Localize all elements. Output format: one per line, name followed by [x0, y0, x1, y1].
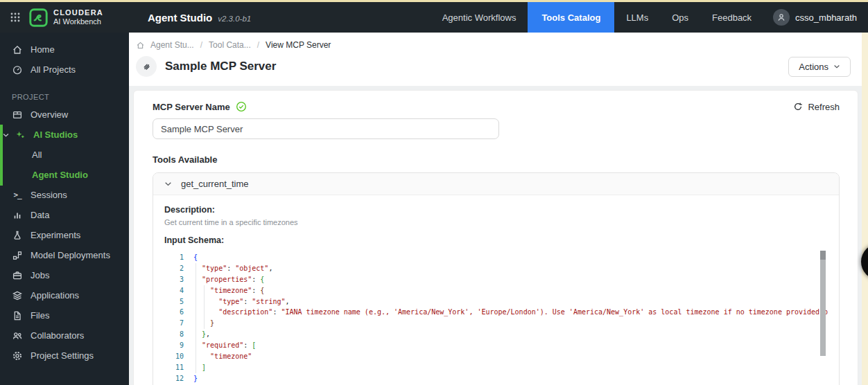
- refresh-icon: [793, 102, 803, 111]
- cloudera-logo-icon: [29, 8, 48, 27]
- bar-chart-icon: [12, 210, 23, 221]
- file-icon: [12, 310, 23, 321]
- main-content: Agent Stu... / Tool Cata... / View MCP S…: [129, 33, 862, 385]
- breadcrumb-home-icon[interactable]: [136, 41, 145, 50]
- gear-icon: [12, 350, 23, 361]
- code-line: 6 "description": "IANA timezone name (e.…: [164, 307, 828, 318]
- mcp-server-card: MCP Server Name Refresh Tools Available: [133, 90, 858, 385]
- layers-icon: [12, 290, 23, 301]
- sidebar-item-all-projects[interactable]: All Projects: [0, 60, 129, 80]
- sidebar-item-collaborators[interactable]: Collaborators: [0, 325, 129, 346]
- refresh-label: Refresh: [808, 102, 840, 112]
- deployments-icon: [12, 250, 23, 261]
- sidebar-item-label: Home: [31, 44, 55, 55]
- sidebar-item-label: Data: [31, 210, 49, 220]
- sidebar-item-label: All: [32, 150, 42, 160]
- server-name-input[interactable]: [153, 118, 499, 139]
- server-name-label-group: MCP Server Name: [153, 101, 247, 112]
- gauge-icon: [12, 64, 23, 75]
- ai-studios-icon: [15, 129, 26, 141]
- app-window: CLOUDERA AI Workbench Agent Studio v2.3.…: [0, 0, 868, 385]
- page-title: Sample MCP Server: [165, 60, 276, 73]
- header-left: CLOUDERA AI Workbench Agent Studio v2.3.…: [0, 2, 251, 33]
- sidebar-item-label: AI Studios: [33, 129, 78, 140]
- sidebar-item-all[interactable]: All: [0, 145, 129, 165]
- actions-button-label: Actions: [799, 62, 828, 72]
- sidebar-item-label: Files: [31, 310, 49, 321]
- mcp-server-badge-icon: [136, 56, 157, 77]
- sidebar-item-ai-studios[interactable]: AI Studios: [0, 125, 129, 145]
- sidebar-item-experiments[interactable]: Experiments: [0, 225, 129, 245]
- indent-guide: [196, 263, 196, 373]
- sidebar-item-home[interactable]: Home: [0, 39, 129, 60]
- sidebar-item-overview[interactable]: Overview: [0, 105, 129, 125]
- app-header: CLOUDERA AI Workbench Agent Studio v2.3.…: [0, 2, 868, 33]
- input-schema-label: Input Schema:: [164, 235, 828, 245]
- chevron-down-icon: [833, 64, 840, 69]
- tool-name: get_current_time: [181, 179, 249, 189]
- brand-product: AI Workbench: [53, 17, 103, 26]
- page-title-bar: Sample MCP Server Actions: [129, 51, 862, 86]
- sidebar-item-files[interactable]: Files: [0, 305, 129, 325]
- sidebar: Home All Projects PROJECT Overview AI St…: [0, 33, 129, 385]
- sidebar-item-label: Project Settings: [31, 350, 94, 361]
- header-nav: Agentic Workflows Tools Catalog LLMs Ops…: [431, 2, 868, 33]
- flask-icon: [12, 230, 23, 241]
- home-icon: [12, 44, 23, 55]
- sidebar-item-jobs[interactable]: Jobs: [0, 265, 129, 285]
- chevron-down-icon: [164, 181, 172, 187]
- sidebar-item-applications[interactable]: Applications: [0, 285, 129, 305]
- code-line: 8 },: [164, 329, 828, 340]
- breadcrumb-view-mcp-server: View MCP Server: [266, 40, 331, 50]
- sidebar-item-agent-studio[interactable]: Agent Studio: [0, 165, 129, 185]
- code-line: 9 "required": [: [164, 340, 828, 351]
- nav-ops[interactable]: Ops: [660, 2, 700, 33]
- breadcrumb-tool-catalog[interactable]: Tool Cata...: [209, 40, 251, 50]
- nav-llms[interactable]: LLMs: [614, 2, 660, 33]
- sidebar-section-project: PROJECT: [0, 91, 129, 103]
- code-line: 10 "timezone": [164, 351, 828, 362]
- apps-grid-icon[interactable]: [10, 12, 20, 22]
- schema-code-editor[interactable]: 1{2 "type": "object",3 "properties": {4 …: [164, 251, 828, 385]
- sidebar-item-project-settings[interactable]: Project Settings: [0, 346, 129, 366]
- user-menu[interactable]: csso_mbharath: [763, 2, 868, 33]
- body-row: Home All Projects PROJECT Overview AI St…: [0, 33, 868, 385]
- breadcrumb-separator: /: [200, 40, 202, 50]
- actions-button[interactable]: Actions: [788, 57, 851, 77]
- code-line: 5 "type": "string",: [164, 296, 828, 307]
- sidebar-item-sessions[interactable]: >_ Sessions: [0, 185, 129, 205]
- app-version: v2.3.0-b1: [218, 15, 251, 23]
- active-section-accent-bar: [0, 125, 3, 186]
- description-text: Get current time in a specific timezones: [164, 218, 828, 226]
- code-scrollbar[interactable]: [820, 251, 826, 356]
- nav-agentic-workflows[interactable]: Agentic Workflows: [431, 2, 528, 33]
- sidebar-item-model-deployments[interactable]: Model Deployments: [0, 245, 129, 265]
- sidebar-item-label: Sessions: [31, 190, 67, 200]
- sidebar-item-label: Jobs: [31, 270, 49, 280]
- code-line: 1{: [164, 252, 828, 263]
- app-title: Agent Studio: [148, 12, 212, 24]
- sidebar-item-label: Experiments: [31, 230, 80, 240]
- code-line: 12}: [164, 373, 828, 384]
- tool-panel-body: Description: Get current time in a speci…: [153, 195, 839, 385]
- sidebar-item-label: All Projects: [31, 64, 76, 75]
- chevron-down-icon: [3, 132, 9, 138]
- refresh-button[interactable]: Refresh: [793, 102, 840, 112]
- app-title-group: Agent Studio v2.3.0-b1: [148, 12, 251, 24]
- nav-tools-catalog[interactable]: Tools Catalog: [528, 2, 614, 33]
- sidebar-item-label: Model Deployments: [31, 250, 110, 260]
- briefcase-icon: [12, 270, 23, 281]
- tool-panel-get-current-time: get_current_time Description: Get curren…: [153, 172, 840, 385]
- screen-right-border: [862, 33, 868, 385]
- overview-icon: [12, 109, 23, 120]
- code-line: 7 }: [164, 318, 828, 329]
- tool-panel-header[interactable]: get_current_time: [153, 173, 839, 195]
- server-name-label: MCP Server Name: [153, 102, 230, 112]
- brand-name: CLOUDERA: [53, 8, 103, 17]
- sidebar-item-data[interactable]: Data: [0, 205, 129, 225]
- terminal-icon: >_: [12, 190, 23, 199]
- nav-feedback[interactable]: Feedback: [700, 2, 763, 33]
- code-line: 4 "timezone": {: [164, 285, 828, 296]
- user-name: csso_mbharath: [795, 12, 857, 23]
- breadcrumb-agent-studio[interactable]: Agent Stu...: [150, 40, 194, 50]
